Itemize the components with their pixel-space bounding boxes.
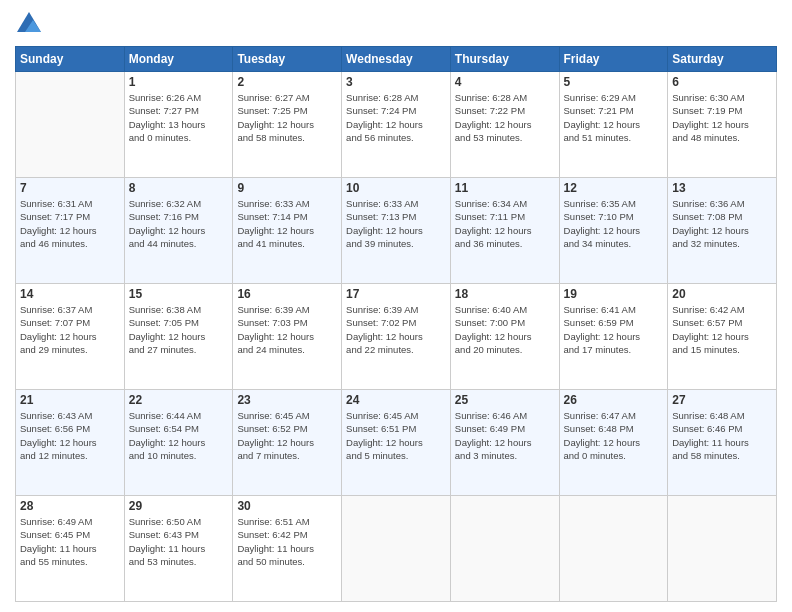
day-info: Sunrise: 6:45 AMSunset: 6:51 PMDaylight:… [346, 409, 446, 462]
calendar-cell: 21Sunrise: 6:43 AMSunset: 6:56 PMDayligh… [16, 390, 125, 496]
day-number: 3 [346, 75, 446, 89]
day-info: Sunrise: 6:32 AMSunset: 7:16 PMDaylight:… [129, 197, 229, 250]
day-number: 30 [237, 499, 337, 513]
calendar-cell: 3Sunrise: 6:28 AMSunset: 7:24 PMDaylight… [342, 72, 451, 178]
day-number: 1 [129, 75, 229, 89]
day-info: Sunrise: 6:47 AMSunset: 6:48 PMDaylight:… [564, 409, 664, 462]
day-number: 16 [237, 287, 337, 301]
day-info: Sunrise: 6:39 AMSunset: 7:02 PMDaylight:… [346, 303, 446, 356]
calendar-cell: 6Sunrise: 6:30 AMSunset: 7:19 PMDaylight… [668, 72, 777, 178]
day-number: 2 [237, 75, 337, 89]
calendar-header-monday: Monday [124, 47, 233, 72]
calendar-cell: 11Sunrise: 6:34 AMSunset: 7:11 PMDayligh… [450, 178, 559, 284]
calendar-week-row: 28Sunrise: 6:49 AMSunset: 6:45 PMDayligh… [16, 496, 777, 602]
day-number: 22 [129, 393, 229, 407]
day-info: Sunrise: 6:39 AMSunset: 7:03 PMDaylight:… [237, 303, 337, 356]
calendar-cell [342, 496, 451, 602]
day-number: 15 [129, 287, 229, 301]
day-number: 8 [129, 181, 229, 195]
calendar-cell [16, 72, 125, 178]
calendar-cell: 7Sunrise: 6:31 AMSunset: 7:17 PMDaylight… [16, 178, 125, 284]
calendar-cell: 14Sunrise: 6:37 AMSunset: 7:07 PMDayligh… [16, 284, 125, 390]
calendar-cell: 4Sunrise: 6:28 AMSunset: 7:22 PMDaylight… [450, 72, 559, 178]
calendar-cell: 29Sunrise: 6:50 AMSunset: 6:43 PMDayligh… [124, 496, 233, 602]
day-info: Sunrise: 6:50 AMSunset: 6:43 PMDaylight:… [129, 515, 229, 568]
calendar-header-thursday: Thursday [450, 47, 559, 72]
day-number: 7 [20, 181, 120, 195]
day-info: Sunrise: 6:33 AMSunset: 7:13 PMDaylight:… [346, 197, 446, 250]
day-info: Sunrise: 6:30 AMSunset: 7:19 PMDaylight:… [672, 91, 772, 144]
logo [15, 10, 47, 38]
day-number: 18 [455, 287, 555, 301]
day-info: Sunrise: 6:36 AMSunset: 7:08 PMDaylight:… [672, 197, 772, 250]
day-info: Sunrise: 6:33 AMSunset: 7:14 PMDaylight:… [237, 197, 337, 250]
calendar-cell: 10Sunrise: 6:33 AMSunset: 7:13 PMDayligh… [342, 178, 451, 284]
calendar-cell: 23Sunrise: 6:45 AMSunset: 6:52 PMDayligh… [233, 390, 342, 496]
calendar-cell: 18Sunrise: 6:40 AMSunset: 7:00 PMDayligh… [450, 284, 559, 390]
day-number: 25 [455, 393, 555, 407]
day-info: Sunrise: 6:31 AMSunset: 7:17 PMDaylight:… [20, 197, 120, 250]
calendar-week-row: 7Sunrise: 6:31 AMSunset: 7:17 PMDaylight… [16, 178, 777, 284]
day-info: Sunrise: 6:38 AMSunset: 7:05 PMDaylight:… [129, 303, 229, 356]
calendar-cell: 12Sunrise: 6:35 AMSunset: 7:10 PMDayligh… [559, 178, 668, 284]
day-info: Sunrise: 6:28 AMSunset: 7:22 PMDaylight:… [455, 91, 555, 144]
calendar-table: SundayMondayTuesdayWednesdayThursdayFrid… [15, 46, 777, 602]
day-info: Sunrise: 6:43 AMSunset: 6:56 PMDaylight:… [20, 409, 120, 462]
day-info: Sunrise: 6:26 AMSunset: 7:27 PMDaylight:… [129, 91, 229, 144]
day-number: 12 [564, 181, 664, 195]
calendar-cell: 17Sunrise: 6:39 AMSunset: 7:02 PMDayligh… [342, 284, 451, 390]
calendar-cell: 15Sunrise: 6:38 AMSunset: 7:05 PMDayligh… [124, 284, 233, 390]
calendar-cell: 27Sunrise: 6:48 AMSunset: 6:46 PMDayligh… [668, 390, 777, 496]
day-number: 20 [672, 287, 772, 301]
calendar-cell: 26Sunrise: 6:47 AMSunset: 6:48 PMDayligh… [559, 390, 668, 496]
page: SundayMondayTuesdayWednesdayThursdayFrid… [0, 0, 792, 612]
day-number: 10 [346, 181, 446, 195]
day-info: Sunrise: 6:28 AMSunset: 7:24 PMDaylight:… [346, 91, 446, 144]
calendar-week-row: 1Sunrise: 6:26 AMSunset: 7:27 PMDaylight… [16, 72, 777, 178]
calendar-cell: 5Sunrise: 6:29 AMSunset: 7:21 PMDaylight… [559, 72, 668, 178]
calendar-cell: 24Sunrise: 6:45 AMSunset: 6:51 PMDayligh… [342, 390, 451, 496]
calendar-header-tuesday: Tuesday [233, 47, 342, 72]
calendar-header-wednesday: Wednesday [342, 47, 451, 72]
day-number: 23 [237, 393, 337, 407]
calendar-header-sunday: Sunday [16, 47, 125, 72]
day-info: Sunrise: 6:40 AMSunset: 7:00 PMDaylight:… [455, 303, 555, 356]
day-number: 17 [346, 287, 446, 301]
day-number: 14 [20, 287, 120, 301]
calendar-cell: 1Sunrise: 6:26 AMSunset: 7:27 PMDaylight… [124, 72, 233, 178]
day-number: 28 [20, 499, 120, 513]
day-info: Sunrise: 6:51 AMSunset: 6:42 PMDaylight:… [237, 515, 337, 568]
day-number: 24 [346, 393, 446, 407]
calendar-header-row: SundayMondayTuesdayWednesdayThursdayFrid… [16, 47, 777, 72]
day-info: Sunrise: 6:37 AMSunset: 7:07 PMDaylight:… [20, 303, 120, 356]
day-number: 13 [672, 181, 772, 195]
day-info: Sunrise: 6:34 AMSunset: 7:11 PMDaylight:… [455, 197, 555, 250]
calendar-cell: 20Sunrise: 6:42 AMSunset: 6:57 PMDayligh… [668, 284, 777, 390]
day-number: 6 [672, 75, 772, 89]
day-info: Sunrise: 6:35 AMSunset: 7:10 PMDaylight:… [564, 197, 664, 250]
day-number: 27 [672, 393, 772, 407]
day-info: Sunrise: 6:41 AMSunset: 6:59 PMDaylight:… [564, 303, 664, 356]
calendar-cell: 9Sunrise: 6:33 AMSunset: 7:14 PMDaylight… [233, 178, 342, 284]
day-number: 19 [564, 287, 664, 301]
calendar-week-row: 14Sunrise: 6:37 AMSunset: 7:07 PMDayligh… [16, 284, 777, 390]
calendar-cell: 2Sunrise: 6:27 AMSunset: 7:25 PMDaylight… [233, 72, 342, 178]
day-info: Sunrise: 6:49 AMSunset: 6:45 PMDaylight:… [20, 515, 120, 568]
calendar-cell: 13Sunrise: 6:36 AMSunset: 7:08 PMDayligh… [668, 178, 777, 284]
calendar-cell: 28Sunrise: 6:49 AMSunset: 6:45 PMDayligh… [16, 496, 125, 602]
calendar-week-row: 21Sunrise: 6:43 AMSunset: 6:56 PMDayligh… [16, 390, 777, 496]
calendar-cell [450, 496, 559, 602]
day-number: 9 [237, 181, 337, 195]
calendar-cell: 30Sunrise: 6:51 AMSunset: 6:42 PMDayligh… [233, 496, 342, 602]
header [15, 10, 777, 38]
day-info: Sunrise: 6:48 AMSunset: 6:46 PMDaylight:… [672, 409, 772, 462]
day-info: Sunrise: 6:44 AMSunset: 6:54 PMDaylight:… [129, 409, 229, 462]
calendar-cell: 16Sunrise: 6:39 AMSunset: 7:03 PMDayligh… [233, 284, 342, 390]
day-number: 4 [455, 75, 555, 89]
calendar-cell: 8Sunrise: 6:32 AMSunset: 7:16 PMDaylight… [124, 178, 233, 284]
calendar-cell [668, 496, 777, 602]
calendar-cell: 22Sunrise: 6:44 AMSunset: 6:54 PMDayligh… [124, 390, 233, 496]
day-number: 26 [564, 393, 664, 407]
day-info: Sunrise: 6:42 AMSunset: 6:57 PMDaylight:… [672, 303, 772, 356]
logo-icon [15, 10, 43, 38]
